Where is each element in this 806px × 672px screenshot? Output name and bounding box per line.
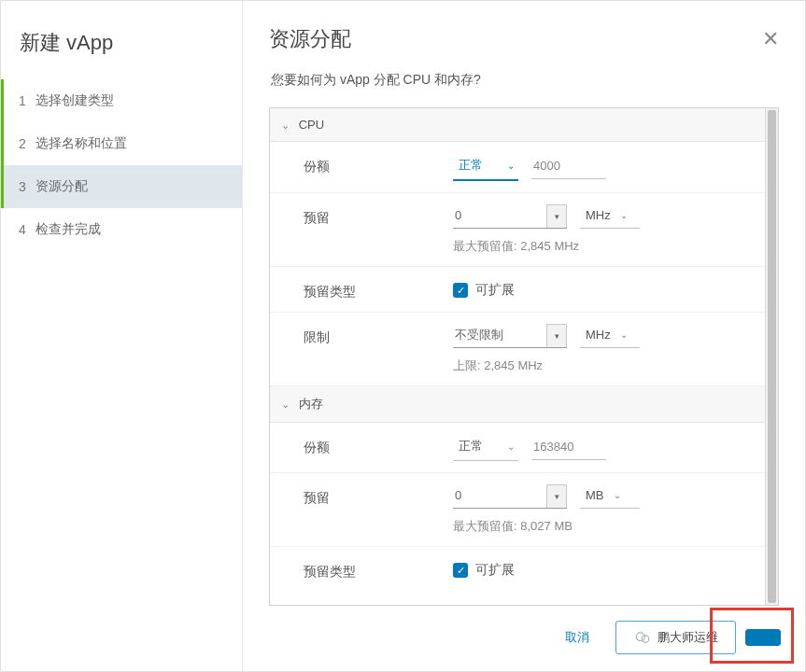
svg-point-0 [636, 633, 644, 641]
checkmark-icon: ✓ [453, 283, 468, 298]
dropdown-value: 正常 [459, 438, 483, 455]
cpu-reserve-input[interactable] [453, 204, 546, 228]
label-cpu-reserve: 预留 [304, 204, 453, 227]
mem-reserve-input[interactable] [453, 484, 546, 508]
label-cpu-reserve-type: 预留类型 [304, 278, 453, 301]
cancel-button[interactable]: 取消 [548, 622, 606, 653]
scrollbar-thumb[interactable] [768, 110, 776, 603]
row-mem-reserve: 预留 ▾ MB ⌄ [270, 473, 765, 547]
step-resource-allocation[interactable]: 3 资源分配 [1, 165, 242, 208]
spinner-toggle-icon[interactable]: ▾ [546, 204, 567, 228]
spinner-toggle-icon[interactable]: ▾ [546, 484, 567, 508]
step-number: 1 [19, 93, 35, 108]
checkbox-label: 可扩展 [475, 562, 515, 579]
mem-reserve-spinner[interactable]: ▾ [453, 484, 567, 509]
section-header-memory[interactable]: ⌄ 内存 [270, 386, 765, 423]
wizard-main: 资源分配 ✕ 您要如何为 vApp 分配 CPU 和内存? ⌄ CPU 份额 [243, 1, 805, 671]
row-cpu-reserve: 预留 ▾ MHz ⌄ [270, 193, 765, 267]
chevron-down-icon: ⌄ [620, 210, 628, 220]
chevron-down-icon: ⌄ [507, 441, 515, 452]
cpu-reserve-hint: 最大预留值: 2,845 MHz [453, 238, 754, 255]
label-mem-share: 份额 [304, 434, 453, 456]
step-label: 资源分配 [35, 178, 88, 195]
chevron-down-icon: ⌄ [614, 490, 621, 500]
section-header-cpu[interactable]: ⌄ CPU [270, 108, 765, 142]
chevron-down-icon: ⌄ [281, 119, 290, 132]
cpu-limit-unit-select[interactable]: MHz ⌄ [580, 324, 640, 348]
mem-expandable-checkbox[interactable]: ✓ 可扩展 [453, 558, 515, 579]
back-button-label: 鹏大师运维 [658, 629, 718, 646]
row-cpu-limit: 限制 ▾ MHz ⌄ [270, 313, 765, 386]
step-label: 选择名称和位置 [35, 135, 127, 152]
row-mem-share: 份额 正常 ⌄ [270, 423, 765, 473]
label-mem-reserve-type: 预留类型 [304, 558, 453, 581]
back-button[interactable]: 鹏大师运维 [615, 621, 736, 654]
vapp-wizard-dialog: 新建 vApp 1 选择创建类型 2 选择名称和位置 3 资源分配 4 检查并完… [0, 0, 806, 672]
next-button[interactable] [745, 629, 781, 646]
cpu-reserve-spinner[interactable]: ▾ [453, 204, 567, 229]
cpu-share-level-dropdown[interactable]: 正常 ⌄ [453, 153, 518, 181]
mem-reserve-unit-select[interactable]: MB ⌄ [580, 484, 640, 509]
spinner-toggle-icon[interactable]: ▾ [546, 324, 567, 347]
mem-share-level-dropdown[interactable]: 正常 ⌄ [453, 434, 518, 461]
chevron-down-icon: ⌄ [507, 161, 515, 171]
row-cpu-share: 份额 正常 ⌄ [270, 142, 765, 193]
cpu-limit-input[interactable] [453, 324, 546, 347]
chevron-down-icon: ⌄ [281, 399, 290, 411]
wizard-title: 新建 vApp [1, 20, 242, 79]
unit-value: MB [586, 488, 604, 502]
row-cpu-reserve-type: 预留类型 ✓ 可扩展 [270, 267, 765, 313]
chevron-down-icon: ⌄ [620, 329, 628, 340]
unit-value: MHz [586, 208, 611, 222]
wizard-footer: 取消 鹏大师运维 [243, 606, 805, 671]
step-number: 3 [19, 179, 35, 194]
row-mem-reserve-type: 预留类型 ✓ 可扩展 [270, 547, 765, 592]
cpu-reserve-unit-select[interactable]: MHz ⌄ [580, 204, 640, 229]
checkmark-icon: ✓ [453, 563, 468, 578]
mem-share-value-input[interactable] [531, 436, 606, 460]
step-label: 选择创建类型 [35, 92, 114, 109]
section-title: CPU [299, 118, 324, 132]
wizard-content: 您要如何为 vApp 分配 CPU 和内存? ⌄ CPU 份额 正常 [243, 72, 805, 606]
checkbox-label: 可扩展 [475, 282, 515, 299]
page-title: 资源分配 [269, 25, 351, 53]
svg-point-1 [642, 636, 649, 643]
page-prompt: 您要如何为 vApp 分配 CPU 和内存? [269, 72, 779, 89]
step-review-complete[interactable]: 4 检查并完成 [1, 208, 242, 251]
wizard-header: 资源分配 ✕ [243, 1, 805, 72]
step-select-type[interactable]: 1 选择创建类型 [1, 79, 242, 122]
section-title: 内存 [299, 397, 323, 411]
wechat-icon [633, 629, 652, 646]
cpu-share-value-input[interactable] [531, 155, 606, 179]
dropdown-value: 正常 [459, 157, 483, 174]
close-icon[interactable]: ✕ [762, 27, 779, 51]
cpu-limit-spinner[interactable]: ▾ [453, 324, 567, 348]
resource-form-container: ⌄ CPU 份额 正常 ⌄ [269, 107, 779, 606]
label-mem-reserve: 预留 [304, 484, 453, 507]
step-select-name-location[interactable]: 2 选择名称和位置 [1, 122, 242, 165]
cpu-limit-hint: 上限: 2,845 MHz [453, 357, 754, 374]
wizard-sidebar: 新建 vApp 1 选择创建类型 2 选择名称和位置 3 资源分配 4 检查并完… [1, 1, 243, 671]
scrollbar[interactable] [765, 108, 778, 605]
unit-value: MHz [586, 328, 611, 342]
resource-form: ⌄ CPU 份额 正常 ⌄ [270, 108, 765, 605]
step-number: 4 [19, 222, 35, 237]
step-label: 检查并完成 [35, 221, 101, 238]
label-cpu-limit: 限制 [304, 324, 453, 346]
step-number: 2 [19, 136, 35, 151]
cpu-expandable-checkbox[interactable]: ✓ 可扩展 [453, 278, 515, 299]
mem-reserve-hint: 最大预留值: 8,027 MB [453, 518, 754, 535]
label-cpu-share: 份额 [304, 153, 453, 175]
